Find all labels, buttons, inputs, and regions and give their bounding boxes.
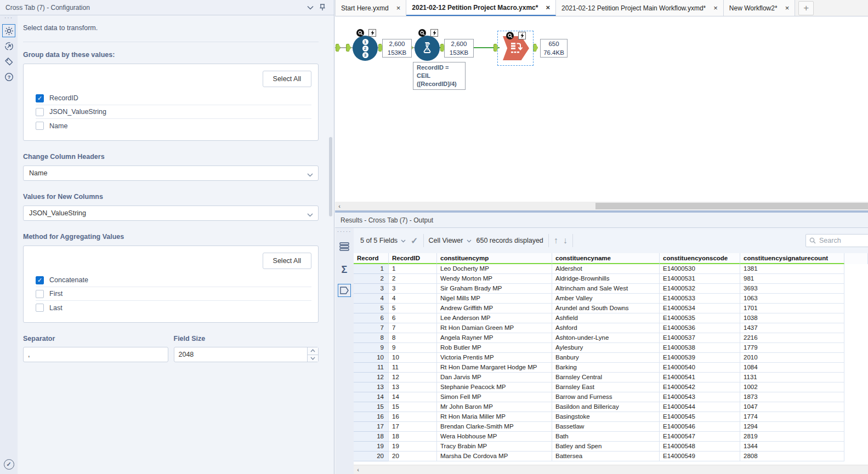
- table-view-icon[interactable]: [338, 240, 351, 253]
- cell[interactable]: 19: [354, 442, 389, 452]
- cell[interactable]: Simon Fell MP: [437, 392, 552, 402]
- table-row[interactable]: 99Rob Butler MPAylesburyE140005381779: [354, 343, 868, 353]
- cell[interactable]: 2: [354, 274, 389, 284]
- cell[interactable]: Stephanie Peacock MP: [437, 382, 552, 392]
- cell[interactable]: Bassetlaw: [552, 422, 660, 432]
- table-row[interactable]: 77Rt Hon Damian Green MPAshfordE14000536…: [354, 323, 868, 333]
- apply-check-icon[interactable]: ✓: [411, 236, 418, 246]
- cell[interactable]: 10: [354, 353, 389, 363]
- cell[interactable]: 16: [354, 412, 389, 422]
- table-row[interactable]: 55Andrew Griffith MPArundel and South Do…: [354, 304, 868, 313]
- cell[interactable]: Mr John Baron MP: [437, 402, 552, 412]
- table-row[interactable]: 1111Rt Hon Dame Margaret Hodge MPBarking…: [354, 363, 868, 373]
- cell[interactable]: 20: [354, 452, 389, 461]
- cell[interactable]: 7: [389, 323, 437, 333]
- column-header[interactable]: RecordID: [389, 253, 437, 264]
- cell[interactable]: 16: [389, 412, 437, 422]
- cell[interactable]: 15: [354, 402, 389, 412]
- scroll-left-arrow-icon[interactable]: ‹: [335, 203, 344, 209]
- chevron-down-icon[interactable]: [304, 2, 316, 14]
- cell[interactable]: 6: [389, 313, 437, 323]
- cell[interactable]: Batley and Spen: [552, 442, 660, 452]
- lightning-bolt-icon[interactable]: [430, 29, 438, 37]
- cell[interactable]: 1063: [740, 294, 844, 304]
- stepper-up-button[interactable]: [308, 347, 318, 355]
- workflow-tab[interactable]: Start Here.yxmd×: [335, 0, 406, 16]
- cell[interactable]: Rt Hon Damian Green MP: [437, 323, 552, 333]
- cell[interactable]: 1344: [740, 442, 844, 452]
- table-row[interactable]: 1010Victoria Prentis MPBanburyE140005392…: [354, 353, 868, 363]
- cell[interactable]: 1381: [740, 264, 844, 274]
- close-icon[interactable]: ×: [785, 4, 790, 12]
- cell[interactable]: Aylesbury: [552, 343, 660, 353]
- cell[interactable]: 19: [389, 442, 437, 452]
- cell[interactable]: 10: [389, 353, 437, 363]
- cell[interactable]: E14000545: [660, 412, 740, 422]
- cell[interactable]: 1047: [740, 402, 844, 412]
- fields-dropdown[interactable]: 5 of 5 Fields: [360, 237, 398, 244]
- cell[interactable]: Barrow and Furness: [552, 392, 660, 402]
- cell[interactable]: Brendan Clarke-Smith MP: [437, 422, 552, 432]
- scroll-left-arrow-icon[interactable]: ‹: [354, 466, 362, 473]
- cell[interactable]: 1873: [740, 392, 844, 402]
- cell[interactable]: Aldershot: [552, 264, 660, 274]
- cell[interactable]: 1701: [740, 304, 844, 313]
- cell[interactable]: 2216: [740, 333, 844, 343]
- input-anchor[interactable]: [336, 44, 341, 52]
- cell[interactable]: 1779: [740, 343, 844, 353]
- column-header[interactable]: constituencysignaturecount: [740, 253, 844, 264]
- table-row[interactable]: 1414Simon Fell MPBarrow and FurnessE1400…: [354, 392, 868, 402]
- cell[interactable]: Marsha De Cordova MP: [437, 452, 552, 461]
- down-arrow-icon[interactable]: ↓: [563, 236, 568, 245]
- cell[interactable]: Battersea: [552, 452, 660, 461]
- cell[interactable]: 20: [389, 452, 437, 461]
- cell[interactable]: E14000544: [660, 402, 740, 412]
- workflow-canvas[interactable]: 1 2 3 2,600 153KB 2,600: [335, 16, 868, 202]
- cell[interactable]: Tracy Brabin MP: [437, 442, 552, 452]
- cell[interactable]: Barking: [552, 363, 660, 373]
- cell[interactable]: 5: [389, 304, 437, 313]
- input-anchor[interactable]: [346, 44, 351, 52]
- cell[interactable]: E14000548: [660, 442, 740, 452]
- cell[interactable]: 3: [389, 284, 437, 294]
- column-header[interactable]: constituencymp: [437, 253, 552, 264]
- column-header[interactable]: constituencyname: [552, 253, 660, 264]
- cell[interactable]: Aldridge-Brownhills: [552, 274, 660, 284]
- cell[interactable]: Ashton-under-Lyne: [552, 333, 660, 343]
- cell[interactable]: E14000546: [660, 422, 740, 432]
- cell[interactable]: E14000542: [660, 382, 740, 392]
- cell[interactable]: 5: [354, 304, 389, 313]
- cell[interactable]: 2: [389, 274, 437, 284]
- cell[interactable]: 13: [389, 382, 437, 392]
- cell[interactable]: 18: [389, 432, 437, 442]
- drag-handle-dots[interactable]: ·····: [335, 229, 354, 236]
- cell[interactable]: Bath: [552, 432, 660, 442]
- table-row[interactable]: 1919Tracy Brabin MPBatley and SpenE14000…: [354, 442, 868, 452]
- aggregation-checkbox-first[interactable]: [36, 290, 44, 298]
- cell[interactable]: E14000534: [660, 304, 740, 313]
- cell[interactable]: 2819: [740, 432, 844, 442]
- table-row[interactable]: 33Sir Graham Brady MPAltrincham and Sale…: [354, 284, 868, 294]
- cell[interactable]: 1437: [740, 323, 844, 333]
- search-input[interactable]: [819, 237, 863, 244]
- workflow-tab[interactable]: 2021-02-12 Petition Project Main Workflo…: [556, 0, 724, 16]
- cell[interactable]: 1002: [740, 382, 844, 392]
- group-by-select-all-button[interactable]: Select All: [263, 71, 311, 87]
- cell[interactable]: 3: [354, 284, 389, 294]
- cell[interactable]: Ashfield: [552, 313, 660, 323]
- close-icon[interactable]: ×: [396, 4, 401, 12]
- cell[interactable]: 1774: [740, 412, 844, 422]
- cell[interactable]: 1131: [740, 373, 844, 382]
- record-count-label[interactable]: 2,600 153KB: [444, 39, 474, 58]
- cell[interactable]: E14000539: [660, 353, 740, 363]
- workflow-tab[interactable]: 2021-02-12 Petition Project Macro.yxmc*×: [406, 0, 556, 16]
- browse-everywhere-icon[interactable]: [506, 32, 514, 39]
- cell[interactable]: 6: [354, 313, 389, 323]
- cell[interactable]: 1038: [740, 313, 844, 323]
- chevron-down-icon[interactable]: [401, 237, 406, 244]
- field-size-input[interactable]: 2048: [174, 347, 319, 362]
- table-row[interactable]: 88Angela Rayner MPAshton-under-LyneE1400…: [354, 333, 868, 343]
- aggregation-checkbox-concatenate[interactable]: ✓: [36, 276, 44, 284]
- cell[interactable]: E14000533: [660, 294, 740, 304]
- group-by-checkbox-name[interactable]: [36, 122, 44, 130]
